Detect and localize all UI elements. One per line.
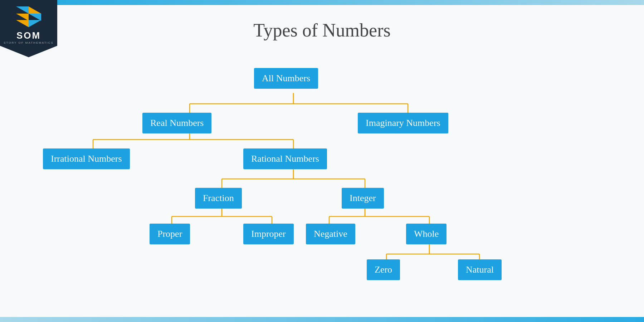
svg-marker-0 — [29, 6, 41, 14]
node-real-numbers: Real Numbers — [142, 113, 211, 133]
node-natural: Natural — [458, 259, 502, 280]
node-imaginary-numbers: Imaginary Numbers — [358, 113, 448, 133]
page-title: Types of Numbers — [0, 20, 644, 41]
diagram: All Numbers Real Numbers Imaginary Numbe… — [0, 57, 644, 317]
node-integer: Integer — [342, 188, 384, 209]
svg-marker-1 — [16, 6, 29, 14]
connector-lines — [0, 57, 644, 317]
node-all-numbers: All Numbers — [254, 68, 318, 89]
node-fraction: Fraction — [195, 188, 242, 209]
node-whole: Whole — [406, 224, 447, 244]
node-proper: Proper — [150, 224, 190, 244]
node-negative: Negative — [306, 224, 355, 244]
node-improper: Improper — [243, 224, 294, 244]
node-irrational-numbers: Irrational Numbers — [43, 148, 130, 169]
node-zero: Zero — [367, 259, 400, 280]
bottom-stripe — [0, 317, 644, 322]
logo-subtext: STORY OF MATHEMATICS — [4, 41, 54, 44]
top-stripe — [57, 0, 644, 5]
node-rational-numbers: Rational Numbers — [243, 148, 327, 169]
